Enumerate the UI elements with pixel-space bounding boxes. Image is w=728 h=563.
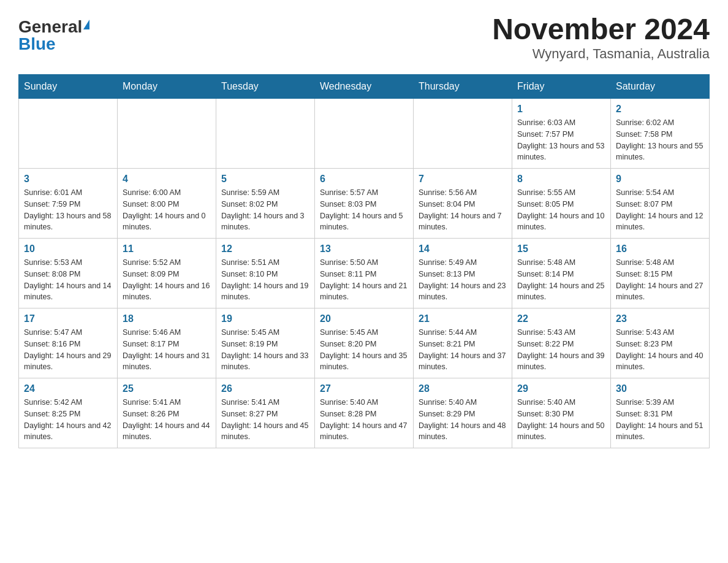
weekday-header-thursday: Thursday: [414, 75, 512, 99]
day-number: 29: [517, 383, 605, 394]
day-number: 15: [517, 243, 605, 255]
calendar-week-4: 17Sunrise: 5:47 AMSunset: 8:16 PMDayligh…: [19, 308, 710, 378]
day-info: Sunrise: 5:44 AMSunset: 8:21 PMDaylight:…: [419, 327, 507, 373]
calendar-cell: 28Sunrise: 5:40 AMSunset: 8:29 PMDayligh…: [414, 378, 512, 448]
calendar-cell: 13Sunrise: 5:50 AMSunset: 8:11 PMDayligh…: [315, 239, 414, 308]
day-number: 2: [616, 104, 704, 115]
calendar-cell: 21Sunrise: 5:44 AMSunset: 8:21 PMDayligh…: [414, 308, 512, 378]
day-number: 3: [24, 174, 112, 185]
calendar-cell: 7Sunrise: 5:56 AMSunset: 8:04 PMDaylight…: [414, 169, 512, 239]
calendar-cell: 24Sunrise: 5:42 AMSunset: 8:25 PMDayligh…: [19, 378, 118, 448]
calendar-cell: 14Sunrise: 5:49 AMSunset: 8:13 PMDayligh…: [414, 239, 512, 308]
calendar-cell: [414, 99, 512, 169]
day-info: Sunrise: 5:39 AMSunset: 8:31 PMDaylight:…: [616, 397, 704, 443]
day-number: 10: [24, 243, 112, 255]
day-info: Sunrise: 5:52 AMSunset: 8:09 PMDaylight:…: [123, 257, 211, 303]
calendar-cell: 16Sunrise: 5:48 AMSunset: 8:15 PMDayligh…: [611, 239, 710, 308]
logo-triangle-icon: [83, 20, 89, 29]
day-info: Sunrise: 5:41 AMSunset: 8:26 PMDaylight:…: [123, 397, 211, 443]
logo-blue-text: Blue: [18, 36, 56, 53]
month-year-title: November 2024: [492, 12, 710, 46]
day-info: Sunrise: 6:01 AMSunset: 7:59 PMDaylight:…: [24, 187, 112, 233]
calendar-week-2: 3Sunrise: 6:01 AMSunset: 7:59 PMDaylight…: [19, 169, 710, 239]
calendar-cell: 12Sunrise: 5:51 AMSunset: 8:10 PMDayligh…: [216, 239, 315, 308]
calendar-cell: 20Sunrise: 5:45 AMSunset: 8:20 PMDayligh…: [315, 308, 414, 378]
calendar-cell: 17Sunrise: 5:47 AMSunset: 8:16 PMDayligh…: [19, 308, 118, 378]
day-number: 13: [320, 243, 408, 255]
day-info: Sunrise: 5:54 AMSunset: 8:07 PMDaylight:…: [616, 187, 704, 233]
day-info: Sunrise: 5:48 AMSunset: 8:14 PMDaylight:…: [517, 257, 605, 303]
day-number: 17: [24, 313, 112, 324]
location-subtitle: Wynyard, Tasmania, Australia: [492, 46, 710, 62]
day-number: 19: [221, 313, 309, 324]
day-info: Sunrise: 5:40 AMSunset: 8:28 PMDaylight:…: [320, 397, 408, 443]
day-number: 5: [221, 174, 309, 185]
header: General Blue November 2024 Wynyard, Tasm…: [18, 12, 710, 62]
day-info: Sunrise: 5:49 AMSunset: 8:13 PMDaylight:…: [419, 257, 507, 303]
calendar-table: SundayMondayTuesdayWednesdayThursdayFrid…: [18, 74, 710, 448]
day-info: Sunrise: 5:59 AMSunset: 8:02 PMDaylight:…: [221, 187, 309, 233]
calendar-cell: 18Sunrise: 5:46 AMSunset: 8:17 PMDayligh…: [118, 308, 216, 378]
calendar-cell: 22Sunrise: 5:43 AMSunset: 8:22 PMDayligh…: [512, 308, 611, 378]
weekday-header-sunday: Sunday: [19, 75, 118, 99]
weekday-header-row: SundayMondayTuesdayWednesdayThursdayFrid…: [19, 75, 710, 99]
day-info: Sunrise: 6:00 AMSunset: 8:00 PMDaylight:…: [123, 187, 211, 233]
weekday-header-wednesday: Wednesday: [315, 75, 414, 99]
day-number: 8: [517, 174, 605, 185]
day-number: 21: [419, 313, 507, 324]
calendar-cell: 9Sunrise: 5:54 AMSunset: 8:07 PMDaylight…: [611, 169, 710, 239]
day-info: Sunrise: 5:50 AMSunset: 8:11 PMDaylight:…: [320, 257, 408, 303]
calendar-cell: 1Sunrise: 6:03 AMSunset: 7:57 PMDaylight…: [512, 99, 611, 169]
day-info: Sunrise: 5:56 AMSunset: 8:04 PMDaylight:…: [419, 187, 507, 233]
weekday-header-monday: Monday: [118, 75, 216, 99]
calendar-cell: 27Sunrise: 5:40 AMSunset: 8:28 PMDayligh…: [315, 378, 414, 448]
calendar-cell: 25Sunrise: 5:41 AMSunset: 8:26 PMDayligh…: [118, 378, 216, 448]
day-info: Sunrise: 5:45 AMSunset: 8:20 PMDaylight:…: [320, 327, 408, 373]
day-info: Sunrise: 5:41 AMSunset: 8:27 PMDaylight:…: [221, 397, 309, 443]
day-info: Sunrise: 5:43 AMSunset: 8:23 PMDaylight:…: [616, 327, 704, 373]
day-number: 6: [320, 174, 408, 185]
calendar-cell: 8Sunrise: 5:55 AMSunset: 8:05 PMDaylight…: [512, 169, 611, 239]
calendar-week-5: 24Sunrise: 5:42 AMSunset: 8:25 PMDayligh…: [19, 378, 710, 448]
day-number: 9: [616, 174, 704, 185]
calendar-cell: 29Sunrise: 5:40 AMSunset: 8:30 PMDayligh…: [512, 378, 611, 448]
day-info: Sunrise: 5:55 AMSunset: 8:05 PMDaylight:…: [517, 187, 605, 233]
calendar-cell: 26Sunrise: 5:41 AMSunset: 8:27 PMDayligh…: [216, 378, 315, 448]
day-info: Sunrise: 5:45 AMSunset: 8:19 PMDaylight:…: [221, 327, 309, 373]
day-number: 14: [419, 243, 507, 255]
day-number: 28: [419, 383, 507, 394]
calendar-cell: [315, 99, 414, 169]
calendar-cell: 2Sunrise: 6:02 AMSunset: 7:58 PMDaylight…: [611, 99, 710, 169]
day-info: Sunrise: 5:40 AMSunset: 8:30 PMDaylight:…: [517, 397, 605, 443]
calendar-cell: 3Sunrise: 6:01 AMSunset: 7:59 PMDaylight…: [19, 169, 118, 239]
weekday-header-tuesday: Tuesday: [216, 75, 315, 99]
day-info: Sunrise: 5:43 AMSunset: 8:22 PMDaylight:…: [517, 327, 605, 373]
calendar-cell: [118, 99, 216, 169]
calendar-cell: 23Sunrise: 5:43 AMSunset: 8:23 PMDayligh…: [611, 308, 710, 378]
logo: General Blue: [18, 18, 89, 53]
day-info: Sunrise: 6:03 AMSunset: 7:57 PMDaylight:…: [517, 117, 605, 163]
day-number: 16: [616, 243, 704, 255]
calendar-cell: 6Sunrise: 5:57 AMSunset: 8:03 PMDaylight…: [315, 169, 414, 239]
day-number: 11: [123, 243, 211, 255]
day-number: 4: [123, 174, 211, 185]
day-number: 7: [419, 174, 507, 185]
weekday-header-friday: Friday: [512, 75, 611, 99]
calendar-cell: [19, 99, 118, 169]
day-info: Sunrise: 5:40 AMSunset: 8:29 PMDaylight:…: [419, 397, 507, 443]
calendar-cell: 15Sunrise: 5:48 AMSunset: 8:14 PMDayligh…: [512, 239, 611, 308]
day-info: Sunrise: 6:02 AMSunset: 7:58 PMDaylight:…: [616, 117, 704, 163]
day-number: 25: [123, 383, 211, 394]
day-number: 23: [616, 313, 704, 324]
day-info: Sunrise: 5:42 AMSunset: 8:25 PMDaylight:…: [24, 397, 112, 443]
calendar-cell: 4Sunrise: 6:00 AMSunset: 8:00 PMDaylight…: [118, 169, 216, 239]
calendar-cell: 10Sunrise: 5:53 AMSunset: 8:08 PMDayligh…: [19, 239, 118, 308]
day-number: 18: [123, 313, 211, 324]
day-number: 30: [616, 383, 704, 394]
calendar-week-1: 1Sunrise: 6:03 AMSunset: 7:57 PMDaylight…: [19, 99, 710, 169]
calendar-cell: [216, 99, 315, 169]
day-info: Sunrise: 5:57 AMSunset: 8:03 PMDaylight:…: [320, 187, 408, 233]
day-number: 26: [221, 383, 309, 394]
day-number: 20: [320, 313, 408, 324]
day-number: 27: [320, 383, 408, 394]
